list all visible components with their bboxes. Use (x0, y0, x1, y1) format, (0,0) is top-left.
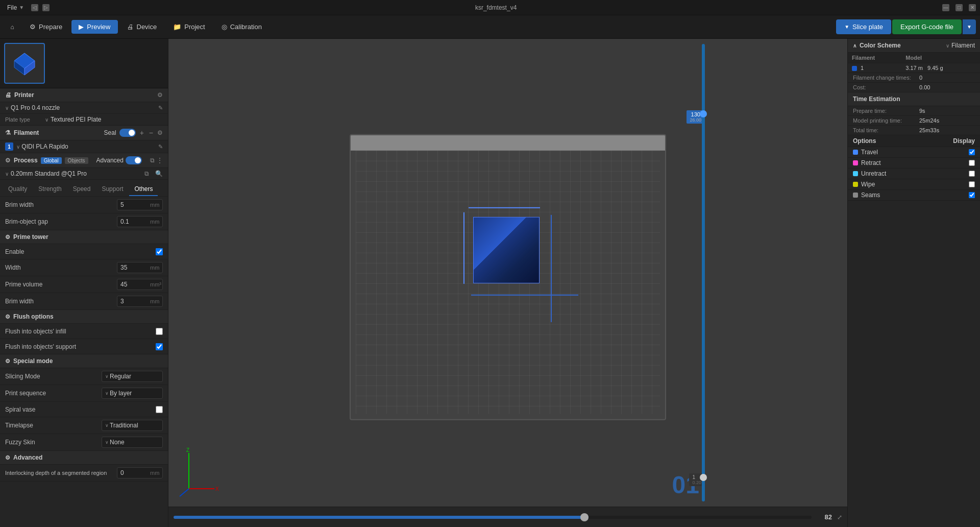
advanced-toggle-switch[interactable] (126, 156, 142, 164)
tab-strength[interactable]: Strength (33, 183, 66, 196)
printer-settings-icon[interactable]: ⚙ (157, 91, 163, 99)
model-time-label: Model printing time: (853, 117, 919, 124)
interlocking-input[interactable] (117, 468, 148, 478)
enable-checkbox[interactable] (156, 248, 163, 255)
fuzzy-skin-label: Fuzzy Skin (5, 439, 102, 446)
back-btn[interactable]: ◁ (31, 4, 38, 11)
layer-count: 82 (817, 513, 832, 521)
wipe-checkbox[interactable] (969, 181, 975, 187)
objects-badge[interactable]: Objects (65, 157, 88, 164)
print-bed-container (350, 134, 666, 420)
printer-edit-icon[interactable]: ✎ (158, 105, 163, 111)
timelapse-dropdown[interactable]: ∨ Traditional (102, 420, 163, 431)
time-estimation-header: Time Estimation (848, 92, 980, 106)
plate-value[interactable]: ∨ Textured PEI Plate (45, 116, 101, 123)
tab-quality[interactable]: Quality (3, 183, 32, 196)
tab-speed[interactable]: Speed (68, 183, 96, 196)
color-scheme-dropdown[interactable]: ∨ Filament (946, 42, 975, 49)
wipe-option-left: Wipe (853, 181, 875, 188)
seal-label: Seal (104, 129, 116, 136)
expand-icon[interactable]: ⤢ (837, 514, 842, 521)
unretract-option-row: Unretract (848, 169, 980, 179)
brim-width-input[interactable] (117, 200, 148, 210)
prime-volume-input[interactable] (117, 279, 148, 290)
preset-copy-icon[interactable]: ⧉ (144, 170, 149, 177)
interlocking-row: Interlocking depth of a segmented region… (0, 465, 168, 482)
print-object[interactable] (473, 217, 540, 283)
layer-slider-top-thumb[interactable] (700, 110, 707, 117)
total-time-value: 25m33s (919, 127, 939, 133)
layer-slider-track (702, 44, 705, 501)
layer-slider-bottom-thumb[interactable] (700, 474, 707, 481)
unretract-checkbox[interactable] (969, 171, 975, 177)
home-btn[interactable]: ⌂ (4, 19, 20, 35)
special-mode-header: ⚙ Special mode (0, 354, 168, 368)
prepare-time-row: Prepare time: 9s (848, 106, 980, 116)
seams-checkbox[interactable] (969, 192, 975, 198)
retract-checkbox[interactable] (969, 160, 975, 166)
fuzzy-skin-dropdown[interactable]: ∨ None (102, 437, 163, 448)
prime-brim-width-input[interactable] (117, 296, 148, 306)
file-menu[interactable]: File ▼ (4, 3, 27, 12)
filament-settings-icon[interactable]: ⚙ (157, 129, 163, 136)
object-diagonal (474, 218, 539, 283)
flush-support-label: Flush into objects' support (5, 343, 156, 350)
file-chevron: ▼ (19, 5, 24, 10)
svg-text:Z: Z (186, 448, 189, 453)
device-tab[interactable]: 🖨 Device (120, 20, 164, 34)
global-badge[interactable]: Global (41, 157, 62, 164)
print-sequence-dropdown[interactable]: ∨ By layer (102, 388, 163, 399)
object-border-right (551, 215, 552, 322)
slice-btn[interactable]: ▼ Slice plate (836, 19, 891, 34)
preview-tab[interactable]: ▶ Preview (71, 20, 117, 34)
prepare-tab[interactable]: ⚙ Prepare (22, 20, 69, 34)
prime-volume-input-wrap: mm³ (117, 279, 163, 290)
export-btn[interactable]: Export G-code file (892, 19, 962, 34)
remove-filament-btn[interactable]: − (148, 129, 154, 137)
timelapse-label: Timelapse (5, 422, 102, 429)
options-display-header: Options Display (848, 135, 980, 147)
viewport: Z X Y 01 130 26.00 1 0.20 (168, 39, 847, 527)
flush-options-label: Flush options (13, 313, 54, 320)
flush-infill-checkbox[interactable] (156, 328, 163, 335)
preset-search-icon[interactable]: 🔍 (155, 170, 163, 177)
tab-support[interactable]: Support (96, 183, 128, 196)
retract-option-row: Retract (848, 158, 980, 169)
project-tab[interactable]: 📁 Project (166, 20, 212, 34)
device-icon: 🖨 (127, 23, 134, 31)
progress-track (174, 516, 812, 519)
process-settings-icon[interactable]: ⋮ (157, 157, 163, 164)
progress-thumb[interactable] (580, 513, 589, 521)
filament-icon: ⚗ (5, 129, 11, 136)
filament-edit-icon[interactable]: ✎ (158, 143, 163, 150)
printer-label: Printer (14, 91, 34, 99)
time-estimation-label: Time Estimation (853, 95, 900, 103)
width-input[interactable] (117, 262, 148, 273)
travel-option-left: Travel (853, 149, 878, 156)
slicing-mode-dropdown[interactable]: ∨ Regular (102, 371, 163, 382)
maximize-btn[interactable]: □ (955, 4, 963, 11)
print-sequence-row: Print sequence ∨ By layer (0, 385, 168, 402)
travel-checkbox[interactable] (969, 149, 975, 155)
tab-others[interactable]: Others (129, 183, 158, 196)
spiral-vase-checkbox[interactable] (156, 406, 163, 413)
slicing-mode-row: Slicing Mode ∨ Regular (0, 368, 168, 385)
model-thumbnail[interactable] (4, 43, 45, 84)
export-dropdown-btn[interactable]: ▼ (963, 19, 976, 34)
titlebar: File ▼ ◁ ▷ ksr_fdmtest_v4 — □ ✕ (0, 0, 980, 15)
bed-top-bar (351, 135, 665, 151)
brim-object-gap-input[interactable] (117, 217, 148, 227)
process-section-header: ⚙ Process Global Objects Advanced ⧉ ⋮ (0, 153, 168, 168)
flush-support-checkbox[interactable] (156, 343, 163, 350)
calibration-tab[interactable]: ◎ Calibration (214, 20, 269, 34)
forward-btn[interactable]: ▷ (42, 4, 50, 11)
seal-toggle[interactable] (119, 129, 136, 137)
close-btn[interactable]: ✕ (969, 4, 976, 11)
add-filament-btn[interactable]: + (139, 129, 145, 137)
svg-text:Y: Y (179, 498, 182, 499)
filament-col-header: Filament (848, 53, 901, 63)
right-panel: ∧ Color Scheme ∨ Filament Filament Model (847, 39, 980, 527)
process-copy-icon[interactable]: ⧉ (150, 157, 155, 164)
preset-name: ∨ 0.20mm Standard @Q1 Pro (5, 170, 141, 177)
minimize-btn[interactable]: — (942, 4, 949, 11)
